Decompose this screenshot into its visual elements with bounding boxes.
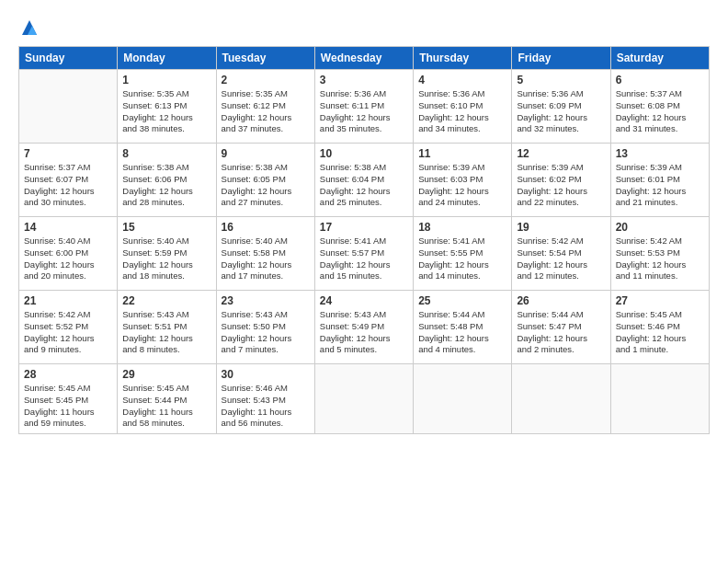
calendar-cell: 4Sunrise: 5:36 AMSunset: 6:10 PMDaylight…: [414, 70, 512, 144]
calendar-cell: 17Sunrise: 5:41 AMSunset: 5:57 PMDayligh…: [314, 217, 413, 291]
day-info: Sunrise: 5:42 AMSunset: 5:54 PMDaylight:…: [517, 236, 605, 282]
day-info: Sunrise: 5:41 AMSunset: 5:57 PMDaylight:…: [320, 236, 408, 282]
calendar-cell: 20Sunrise: 5:42 AMSunset: 5:53 PMDayligh…: [610, 217, 709, 291]
day-info: Sunrise: 5:39 AMSunset: 6:01 PMDaylight:…: [616, 162, 704, 209]
day-number: 13: [616, 147, 704, 160]
day-info: Sunrise: 5:36 AMSunset: 6:09 PMDaylight:…: [517, 88, 605, 135]
day-info: Sunrise: 5:42 AMSunset: 5:52 PMDaylight:…: [24, 309, 112, 356]
day-number: 22: [122, 294, 210, 307]
calendar-cell: 6Sunrise: 5:37 AMSunset: 6:08 PMDaylight…: [610, 70, 709, 144]
calendar-cell: 24Sunrise: 5:43 AMSunset: 5:49 PMDayligh…: [314, 291, 413, 364]
calendar-cell: 8Sunrise: 5:38 AMSunset: 6:06 PMDaylight…: [118, 144, 216, 217]
calendar-table: SundayMondayTuesdayWednesdayThursdayFrid…: [18, 46, 710, 434]
day-number: 1: [122, 74, 210, 86]
calendar-cell: 16Sunrise: 5:40 AMSunset: 5:58 PMDayligh…: [216, 217, 314, 291]
day-info: Sunrise: 5:45 AMSunset: 5:44 PMDaylight:…: [122, 383, 210, 430]
weekday-header-tuesday: Tuesday: [216, 47, 314, 70]
header: [18, 18, 710, 37]
day-info: Sunrise: 5:38 AMSunset: 6:05 PMDaylight:…: [222, 162, 310, 209]
day-info: Sunrise: 5:40 AMSunset: 5:59 PMDaylight:…: [122, 236, 210, 282]
calendar-cell: 12Sunrise: 5:39 AMSunset: 6:02 PMDayligh…: [512, 144, 610, 217]
calendar-cell: 30Sunrise: 5:46 AMSunset: 5:43 PMDayligh…: [216, 364, 314, 434]
day-number: 4: [418, 74, 506, 86]
calendar-cell: [512, 364, 610, 434]
weekday-header-thursday: Thursday: [414, 47, 512, 70]
day-number: 10: [320, 147, 408, 160]
calendar-cell: [414, 364, 512, 434]
logo: [18, 18, 39, 37]
day-info: Sunrise: 5:40 AMSunset: 5:58 PMDaylight:…: [222, 236, 310, 282]
calendar-cell: 28Sunrise: 5:45 AMSunset: 5:45 PMDayligh…: [19, 364, 118, 434]
day-number: 8: [122, 147, 210, 160]
calendar-cell: 9Sunrise: 5:38 AMSunset: 6:05 PMDaylight…: [216, 144, 314, 217]
day-info: Sunrise: 5:39 AMSunset: 6:02 PMDaylight:…: [517, 162, 605, 209]
day-number: 19: [517, 221, 605, 234]
weekday-header-saturday: Saturday: [610, 47, 709, 70]
weekday-header-wednesday: Wednesday: [314, 47, 413, 70]
day-number: 11: [418, 147, 506, 160]
calendar-cell: 14Sunrise: 5:40 AMSunset: 6:00 PMDayligh…: [19, 217, 118, 291]
day-number: 16: [222, 221, 310, 234]
calendar-cell: [19, 70, 118, 144]
day-info: Sunrise: 5:36 AMSunset: 6:10 PMDaylight:…: [418, 88, 506, 135]
day-number: 15: [122, 221, 210, 234]
day-info: Sunrise: 5:46 AMSunset: 5:43 PMDaylight:…: [222, 383, 310, 430]
calendar-cell: 15Sunrise: 5:40 AMSunset: 5:59 PMDayligh…: [118, 217, 216, 291]
day-info: Sunrise: 5:42 AMSunset: 5:53 PMDaylight:…: [616, 236, 704, 282]
day-number: 24: [320, 294, 408, 307]
day-info: Sunrise: 5:39 AMSunset: 6:03 PMDaylight:…: [418, 162, 506, 209]
day-number: 25: [418, 294, 506, 307]
day-info: Sunrise: 5:43 AMSunset: 5:51 PMDaylight:…: [122, 309, 210, 356]
calendar-week-3: 14Sunrise: 5:40 AMSunset: 6:00 PMDayligh…: [19, 217, 710, 291]
day-number: 9: [222, 147, 310, 160]
day-info: Sunrise: 5:44 AMSunset: 5:48 PMDaylight:…: [418, 309, 506, 356]
day-number: 14: [24, 221, 112, 234]
day-info: Sunrise: 5:43 AMSunset: 5:50 PMDaylight:…: [222, 309, 310, 356]
calendar-cell: 26Sunrise: 5:44 AMSunset: 5:47 PMDayligh…: [512, 291, 610, 364]
calendar-cell: 29Sunrise: 5:45 AMSunset: 5:44 PMDayligh…: [118, 364, 216, 434]
day-info: Sunrise: 5:43 AMSunset: 5:49 PMDaylight:…: [320, 309, 408, 356]
day-number: 7: [24, 147, 112, 160]
day-number: 20: [616, 221, 704, 234]
weekday-header-row: SundayMondayTuesdayWednesdayThursdayFrid…: [19, 47, 710, 70]
calendar-week-4: 21Sunrise: 5:42 AMSunset: 5:52 PMDayligh…: [19, 291, 710, 364]
day-info: Sunrise: 5:36 AMSunset: 6:11 PMDaylight:…: [320, 88, 408, 135]
day-info: Sunrise: 5:41 AMSunset: 5:55 PMDaylight:…: [418, 236, 506, 282]
calendar-cell: [610, 364, 709, 434]
day-number: 27: [616, 294, 704, 307]
day-number: 21: [24, 294, 112, 307]
day-info: Sunrise: 5:45 AMSunset: 5:46 PMDaylight:…: [616, 309, 704, 356]
day-info: Sunrise: 5:45 AMSunset: 5:45 PMDaylight:…: [24, 383, 112, 430]
day-info: Sunrise: 5:35 AMSunset: 6:12 PMDaylight:…: [222, 88, 310, 135]
day-number: 3: [320, 74, 408, 86]
calendar-cell: 10Sunrise: 5:38 AMSunset: 6:04 PMDayligh…: [314, 144, 413, 217]
calendar-cell: [314, 364, 413, 434]
weekday-header-monday: Monday: [118, 47, 216, 70]
day-info: Sunrise: 5:38 AMSunset: 6:06 PMDaylight:…: [122, 162, 210, 209]
calendar-cell: 3Sunrise: 5:36 AMSunset: 6:11 PMDaylight…: [314, 70, 413, 144]
day-info: Sunrise: 5:37 AMSunset: 6:08 PMDaylight:…: [616, 88, 704, 135]
day-number: 28: [24, 368, 112, 381]
day-number: 23: [222, 294, 310, 307]
calendar-cell: 19Sunrise: 5:42 AMSunset: 5:54 PMDayligh…: [512, 217, 610, 291]
calendar-cell: 5Sunrise: 5:36 AMSunset: 6:09 PMDaylight…: [512, 70, 610, 144]
day-number: 5: [517, 74, 605, 86]
day-info: Sunrise: 5:35 AMSunset: 6:13 PMDaylight:…: [122, 88, 210, 135]
calendar-cell: 21Sunrise: 5:42 AMSunset: 5:52 PMDayligh…: [19, 291, 118, 364]
calendar-cell: 27Sunrise: 5:45 AMSunset: 5:46 PMDayligh…: [610, 291, 709, 364]
calendar-cell: 23Sunrise: 5:43 AMSunset: 5:50 PMDayligh…: [216, 291, 314, 364]
calendar-cell: 13Sunrise: 5:39 AMSunset: 6:01 PMDayligh…: [610, 144, 709, 217]
calendar-cell: 2Sunrise: 5:35 AMSunset: 6:12 PMDaylight…: [216, 70, 314, 144]
day-number: 17: [320, 221, 408, 234]
calendar-cell: 7Sunrise: 5:37 AMSunset: 6:07 PMDaylight…: [19, 144, 118, 217]
calendar-cell: 11Sunrise: 5:39 AMSunset: 6:03 PMDayligh…: [414, 144, 512, 217]
day-number: 2: [222, 74, 310, 86]
calendar-cell: 18Sunrise: 5:41 AMSunset: 5:55 PMDayligh…: [414, 217, 512, 291]
day-number: 26: [517, 294, 605, 307]
day-number: 30: [222, 368, 310, 381]
weekday-header-friday: Friday: [512, 47, 610, 70]
day-number: 6: [616, 74, 704, 86]
day-info: Sunrise: 5:38 AMSunset: 6:04 PMDaylight:…: [320, 162, 408, 209]
weekday-header-sunday: Sunday: [19, 47, 118, 70]
calendar-cell: 1Sunrise: 5:35 AMSunset: 6:13 PMDaylight…: [118, 70, 216, 144]
